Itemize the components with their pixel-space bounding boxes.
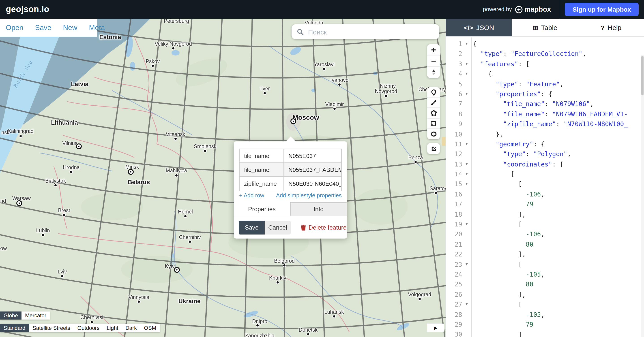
code-text: [ bbox=[471, 300, 522, 310]
delete-feature-button[interactable]: Delete feature bbox=[300, 224, 347, 231]
property-key-cell[interactable]: tile_name bbox=[240, 149, 284, 162]
cancel-button[interactable]: Cancel bbox=[265, 221, 291, 235]
projection-globe[interactable]: Globe bbox=[0, 312, 22, 320]
line-number: 11 bbox=[446, 139, 462, 149]
geocoder-search[interactable] bbox=[292, 24, 439, 39]
fold-arrow-icon[interactable]: ▼ bbox=[462, 169, 471, 179]
capital-dot bbox=[128, 169, 134, 175]
code-text: 80 bbox=[471, 239, 534, 250]
style-satellite-streets[interactable]: Satellite Streets bbox=[29, 324, 74, 332]
draw-line-button[interactable] bbox=[427, 98, 440, 108]
editor-line: 20 -106, bbox=[446, 229, 644, 239]
line-number: 7 bbox=[446, 99, 462, 109]
property-value-cell[interactable]: N50E030-N60E040_FAE bbox=[284, 177, 341, 191]
property-row: zipfile_nameN50E030-N60E040_FAE bbox=[240, 177, 341, 191]
draw-rectangle-button[interactable] bbox=[427, 118, 440, 129]
draw-circle-button[interactable] bbox=[427, 129, 440, 139]
editor-line: 10 }, bbox=[446, 129, 644, 139]
fold-arrow-icon[interactable]: ▼ bbox=[462, 259, 471, 269]
fold-spacer bbox=[462, 280, 471, 290]
editor-line: 22 ], bbox=[446, 249, 644, 259]
editor-line: 19▼ [ bbox=[446, 219, 644, 229]
add-row-link[interactable]: + Add row bbox=[239, 192, 264, 199]
menu-save[interactable]: Save bbox=[35, 24, 51, 32]
style-dark[interactable]: Dark bbox=[122, 324, 140, 332]
signup-mapbox-button[interactable]: Sign up for Mapbox bbox=[565, 3, 639, 16]
city-dot bbox=[264, 92, 266, 94]
edit-feature-button[interactable] bbox=[427, 143, 440, 154]
zoom-out-button[interactable]: − bbox=[427, 55, 440, 67]
fold-spacer bbox=[462, 79, 471, 89]
code-text: [ bbox=[471, 179, 522, 189]
zoom-in-button[interactable]: + bbox=[427, 44, 440, 55]
property-value-cell[interactable]: N055E037_FABDEM_V1 bbox=[284, 163, 341, 176]
editor-line: 25 80 bbox=[446, 280, 644, 290]
zoom-controls: + − bbox=[427, 44, 440, 78]
popup-tab-properties[interactable]: Properties bbox=[234, 202, 290, 216]
line-number: 19 bbox=[446, 219, 462, 229]
code-text: { bbox=[471, 69, 492, 79]
menu-new[interactable]: New bbox=[63, 24, 77, 32]
fold-arrow-icon[interactable]: ▼ bbox=[462, 179, 471, 189]
popup-tab-info[interactable]: Info bbox=[290, 202, 347, 216]
line-number: 8 bbox=[446, 109, 462, 119]
menu-meta[interactable]: Meta bbox=[89, 24, 105, 32]
style-light[interactable]: Light bbox=[103, 324, 122, 332]
file-menu-bar: OpenSaveNewMeta bbox=[0, 19, 97, 37]
property-value-cell[interactable]: N055E037 bbox=[284, 149, 341, 162]
properties-table: tile_nameN055E037file_nameN055E037_FABDE… bbox=[239, 149, 342, 191]
editor-scrollbar[interactable] bbox=[641, 55, 644, 337]
city-dot bbox=[334, 108, 336, 110]
fold-arrow-icon[interactable]: ▼ bbox=[462, 159, 471, 169]
add-simplestyle-link[interactable]: Add simplestyle properties bbox=[276, 192, 342, 199]
fold-arrow-icon[interactable]: ▼ bbox=[462, 300, 471, 310]
draw-marker-button[interactable] bbox=[427, 87, 440, 98]
plus-icon: + bbox=[431, 45, 436, 54]
draw-polygon-button[interactable] bbox=[427, 108, 440, 118]
style-standard[interactable]: Standard bbox=[0, 324, 29, 332]
map-canvas[interactable]: PetersburgVologdaEstoniaVeliky NovgorodP… bbox=[0, 19, 446, 337]
line-number: 1 bbox=[446, 39, 462, 49]
search-input[interactable] bbox=[307, 27, 439, 36]
property-key-cell[interactable]: zipfile_name bbox=[240, 177, 284, 191]
fold-arrow-icon[interactable]: ▼ bbox=[462, 139, 471, 149]
fold-arrow-icon[interactable]: ▼ bbox=[462, 219, 471, 229]
projection-mercator[interactable]: Mercator bbox=[22, 312, 50, 320]
property-key-cell[interactable]: file_name bbox=[240, 163, 284, 176]
fold-arrow-icon[interactable]: ▼ bbox=[462, 89, 471, 99]
editor-line: 23▼ [ bbox=[446, 259, 644, 269]
city-dot bbox=[184, 215, 186, 217]
tab-table[interactable]: ⊞Table bbox=[512, 19, 578, 36]
fold-arrow-icon[interactable]: ▼ bbox=[462, 59, 471, 69]
compass-button[interactable] bbox=[427, 67, 440, 78]
tab-json[interactable]: </>JSON bbox=[446, 19, 512, 36]
line-number: 26 bbox=[446, 290, 462, 300]
fold-spacer bbox=[462, 119, 471, 129]
fold-arrow-icon[interactable]: ▼ bbox=[462, 39, 471, 49]
line-number: 20 bbox=[446, 229, 462, 239]
line-number: 23 bbox=[446, 259, 462, 269]
tab-help[interactable]: ?Help bbox=[578, 19, 644, 36]
editor-line: 5 "type": "Feature", bbox=[446, 79, 644, 89]
scrollbar-thumb[interactable] bbox=[641, 56, 644, 95]
menu-open[interactable]: Open bbox=[6, 24, 23, 32]
editor-line: 2 "type": "FeatureCollection", bbox=[446, 49, 644, 59]
line-number: 30 bbox=[446, 330, 462, 337]
json-editor[interactable]: 1▼{2 "type": "FeatureCollection",3▼ "fea… bbox=[446, 37, 644, 337]
style-osm[interactable]: OSM bbox=[140, 324, 160, 332]
tab-label: Help bbox=[608, 24, 622, 31]
code-text: 79 bbox=[471, 199, 534, 209]
panel-tab-bar: </>JSON⊞Table?Help bbox=[446, 19, 644, 37]
style-outdoors[interactable]: Outdoors bbox=[74, 324, 103, 332]
fold-spacer bbox=[462, 310, 471, 320]
attribution-expand-button[interactable]: ▶ bbox=[427, 324, 444, 332]
delete-feature-label: Delete feature bbox=[308, 224, 347, 231]
editor-line: 13▼ "coordinates": [ bbox=[446, 159, 644, 169]
mapbox-logo: mapbox bbox=[515, 5, 551, 13]
editor-line: 27▼ [ bbox=[446, 300, 644, 310]
code-text: ], bbox=[471, 290, 526, 300]
fold-arrow-icon[interactable]: ▼ bbox=[462, 69, 471, 79]
editor-line: 14▼ [ bbox=[446, 169, 644, 179]
fold-spacer bbox=[462, 330, 471, 337]
save-button[interactable]: Save bbox=[239, 221, 265, 235]
